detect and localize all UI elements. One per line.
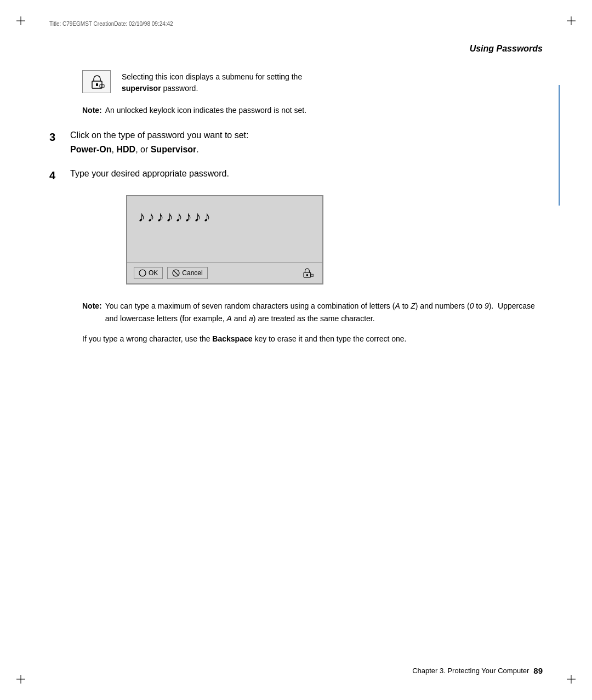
password-chars-display: ♪♪♪♪♪♪♪♪	[138, 208, 311, 225]
step-4: 4 Type your desired appropriate password…	[49, 167, 543, 184]
note-2-label: Note:	[82, 300, 102, 312]
dialog-lock-icon: 1	[300, 267, 316, 279]
svg-text:1: 1	[311, 275, 312, 277]
svg-rect-1	[96, 83, 98, 86]
dialog-footer: OK Cancel 1	[127, 262, 322, 283]
dialog-inner: ♪♪♪♪♪♪♪♪	[127, 196, 322, 262]
supervisor-icon-box: 1	[82, 70, 111, 93]
footer-chapter-text: Chapter 3. Protecting Your Computer	[412, 667, 529, 675]
step-3-number: 3	[49, 128, 70, 146]
para-backspace: If you type a wrong character, use the B…	[82, 333, 543, 345]
note-2-text: You can type a maximum of seven random c…	[105, 300, 543, 325]
svg-text:1: 1	[101, 85, 103, 88]
password-dialog: ♪♪♪♪♪♪♪♪ OK Cancel	[126, 195, 323, 284]
dialog-buttons: OK Cancel	[134, 267, 208, 279]
svg-line-6	[174, 271, 178, 275]
step-4-number: 4	[49, 167, 70, 184]
dialog-cancel-button[interactable]: Cancel	[167, 267, 207, 279]
section-title: Using Passwords	[49, 44, 543, 54]
page-footer: Chapter 3. Protecting Your Computer 89	[49, 666, 543, 675]
page-number: 89	[533, 666, 543, 675]
icon-description: Selecting this icon displays a submenu f…	[122, 70, 302, 94]
icon-description-row: 1 Selecting this icon displays a submenu…	[82, 70, 543, 94]
dialog-ok-button[interactable]: OK	[134, 267, 163, 279]
lock-icon: 1	[88, 73, 105, 90]
step-3: 3 Click on the type of password you want…	[49, 128, 543, 156]
note-1-label: Note:	[82, 104, 102, 116]
cancel-circle-icon	[172, 269, 180, 277]
ok-circle-icon	[139, 269, 146, 277]
step-4-text: Type your desired appropriate password.	[70, 167, 543, 181]
svg-rect-8	[306, 274, 308, 276]
step-3-text: Click on the type of password you want t…	[70, 128, 543, 156]
svg-point-4	[139, 270, 146, 276]
note-1: Note: An unlocked keylock icon indicates…	[82, 104, 543, 116]
note-1-text: An unlocked keylock icon indicates the p…	[105, 104, 543, 116]
note-2: Note: You can type a maximum of seven ra…	[82, 300, 543, 325]
